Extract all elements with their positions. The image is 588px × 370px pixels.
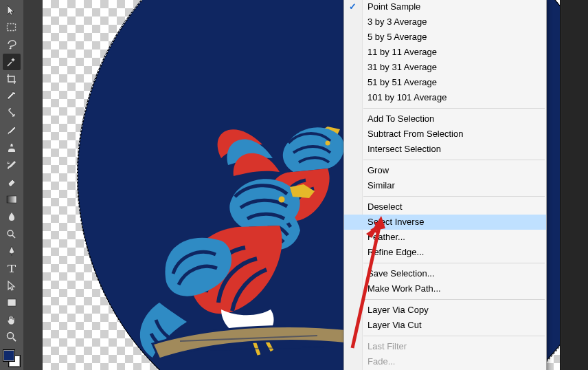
panel-dock-right	[560, 0, 588, 370]
menu-item-layer-via-copy[interactable]: Layer Via Copy	[344, 303, 546, 318]
tool-rect-marquee[interactable]	[3, 19, 21, 36]
tool-eraser[interactable]	[3, 174, 21, 191]
tool-history-brush[interactable]	[3, 157, 21, 173]
tool-magic-wand[interactable]	[3, 54, 21, 70]
menu-separator	[363, 299, 545, 300]
menu-item-11x11-average[interactable]: 11 by 11 Average	[344, 45, 546, 60]
menu-item-similar[interactable]: Similar	[344, 178, 546, 193]
tool-lasso[interactable]	[3, 36, 21, 53]
menu-item-grow[interactable]: Grow	[344, 163, 546, 178]
menu-item-select-inverse[interactable]: Select Inverse	[344, 215, 546, 230]
menu-separator	[363, 336, 545, 336]
svg-rect-3	[8, 299, 16, 306]
tool-dodge[interactable]	[3, 226, 21, 242]
tool-gradient[interactable]	[3, 191, 21, 208]
tool-healing-brush[interactable]	[3, 105, 21, 122]
tool-crop[interactable]	[3, 71, 21, 87]
menu-item-subtract-from-selection[interactable]: Subtract From Selection	[344, 127, 546, 142]
menu-item-5x5-average[interactable]: 5 by 5 Average	[344, 30, 546, 45]
menu-item-deselect[interactable]: Deselect	[344, 199, 546, 215]
tool-brush[interactable]	[3, 122, 21, 139]
menu-item-save-selection[interactable]: Save Selection...	[344, 266, 546, 281]
menu-item-point-sample[interactable]: Point Sample	[344, 0, 546, 14]
menu-item-refine-edge[interactable]: Refine Edge...	[344, 245, 546, 260]
tool-type[interactable]	[3, 260, 21, 276]
context-menu: Point Sample 3 by 3 Average 5 by 5 Avera…	[343, 0, 547, 370]
svg-point-4	[8, 333, 14, 339]
menu-item-intersect-selection[interactable]: Intersect Selection	[344, 142, 546, 157]
menu-item-add-to-selection[interactable]: Add To Selection	[344, 111, 546, 127]
menu-item-3x3-average[interactable]: 3 by 3 Average	[344, 14, 546, 30]
canvas-ruler-left	[23, 0, 43, 370]
tool-eyedropper[interactable]	[3, 88, 21, 105]
menu-separator	[363, 196, 545, 197]
menu-item-101x101-average[interactable]: 101 by 101 Average	[344, 90, 546, 105]
menu-item-layer-via-cut[interactable]: Layer Via Cut	[344, 318, 546, 333]
menu-item-fade: Fade...	[344, 354, 546, 369]
tool-blur[interactable]	[3, 208, 21, 225]
tool-palette	[0, 0, 24, 370]
tool-move[interactable]	[3, 2, 21, 19]
svg-rect-0	[8, 24, 16, 31]
menu-separator	[363, 108, 545, 109]
menu-item-make-work-path[interactable]: Make Work Path...	[344, 281, 546, 296]
tool-pen[interactable]	[3, 243, 21, 259]
menu-item-feather[interactable]: Feather...	[344, 230, 546, 245]
menu-separator	[363, 160, 545, 160]
tool-hand[interactable]	[3, 312, 21, 328]
foreground-background-swatch[interactable]	[3, 349, 21, 367]
svg-point-2	[8, 230, 13, 236]
menu-separator	[363, 263, 545, 263]
tool-zoom[interactable]	[3, 329, 21, 345]
svg-rect-1	[7, 196, 16, 203]
menu-item-31x31-average[interactable]: 31 by 31 Average	[344, 60, 546, 75]
tool-clone-stamp[interactable]	[3, 140, 21, 156]
foreground-color-swatch[interactable]	[3, 349, 15, 362]
tool-rectangle-shape[interactable]	[3, 294, 21, 311]
menu-item-51x51-average[interactable]: 51 by 51 Average	[344, 75, 546, 90]
menu-item-last-filter: Last Filter	[344, 339, 546, 354]
tool-path-select[interactable]	[3, 277, 21, 294]
